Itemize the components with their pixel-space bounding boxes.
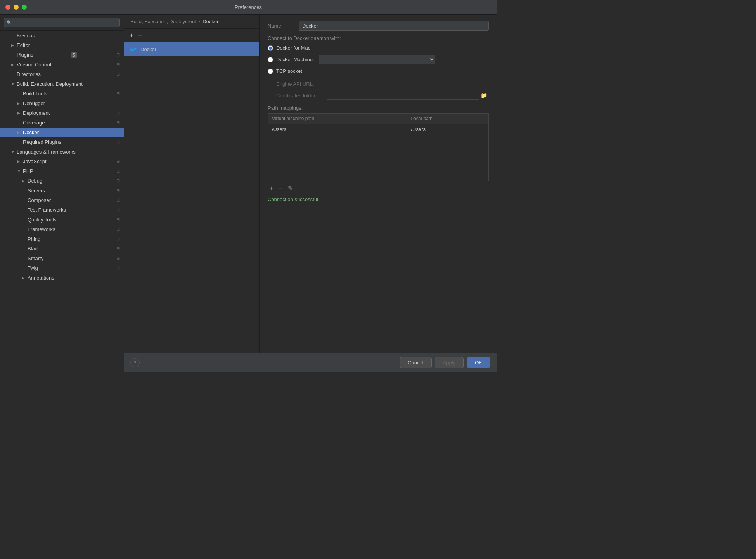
sidebar-item-label: Plugins — [17, 52, 33, 58]
engine-api-input[interactable] — [327, 79, 489, 88]
search-input[interactable] — [4, 18, 120, 27]
sidebar-item-javascript[interactable]: ▶ JavaScript ⊞ — [0, 157, 124, 166]
browse-folder-button[interactable]: 📁 — [479, 91, 489, 99]
sidebar-item-languages-frameworks[interactable]: ▼ Languages & Frameworks — [0, 147, 124, 157]
sidebar-item-editor[interactable]: ▶ Editor — [0, 40, 124, 50]
add-docker-button[interactable]: + — [128, 31, 135, 40]
sidebar-item-debug[interactable]: ▶ Debug ⊞ — [0, 176, 124, 186]
minimize-button[interactable] — [14, 5, 19, 10]
copy-icon: ⊞ — [116, 236, 120, 242]
remove-docker-button[interactable]: − — [136, 31, 144, 40]
titlebar: Preferences — [0, 0, 497, 15]
col-vm-path: Virtual machine path — [268, 114, 407, 124]
sidebar-item-label: Composer — [28, 197, 51, 203]
engine-api-label: Engine API URL: — [276, 81, 327, 87]
sidebar-item-php[interactable]: ▼ PHP ⊞ — [0, 166, 124, 176]
copy-icon: ⊞ — [116, 91, 120, 96]
certificates-label: Certificates folder: — [276, 93, 327, 98]
docker-list: Docker — [124, 42, 259, 353]
sidebar-item-debugger[interactable]: ▶ Debugger — [0, 98, 124, 108]
window-title: Preferences — [235, 4, 262, 10]
vm-path-cell: /Users — [268, 124, 407, 135]
sidebar-item-label: Annotations — [28, 275, 54, 281]
sidebar-item-test-frameworks[interactable]: Test Frameworks ⊞ — [0, 205, 124, 215]
sidebar-item-label: Debug — [28, 178, 42, 184]
certificates-row: Certificates folder: 📁 — [268, 91, 489, 100]
copy-icon: ⊞ — [116, 207, 120, 212]
copy-icon: ⊞ — [116, 246, 120, 251]
sidebar-item-composer[interactable]: Composer ⊞ — [0, 195, 124, 205]
help-button[interactable]: ? — [130, 358, 140, 367]
sidebar-item-label: Twig — [28, 265, 38, 271]
chevron-right-icon: ▶ — [11, 62, 15, 67]
chevron-right-icon: ▶ — [17, 130, 21, 135]
radio-tcp-socket: TCP socket — [268, 68, 489, 74]
sidebar-item-coverage[interactable]: Coverage ⊞ — [0, 118, 124, 128]
radio-docker-for-mac-input[interactable] — [268, 45, 273, 51]
sidebar-item-version-control[interactable]: ▶ Version Control ⊞ — [0, 60, 124, 69]
titlebar-buttons — [5, 5, 27, 10]
sidebar-item-label: Docker — [23, 129, 39, 135]
sidebar-item-deployment[interactable]: ▶ Deployment ⊞ — [0, 108, 124, 118]
sidebar-item-label: PHP — [23, 168, 33, 174]
sidebar-item-label: Build, Execution, Deployment — [17, 81, 83, 87]
radio-docker-machine-input[interactable] — [268, 57, 273, 62]
sidebar-item-quality-tools[interactable]: Quality Tools ⊞ — [0, 215, 124, 224]
content-area: Build, Execution, Deployment › Docker + … — [124, 15, 497, 372]
sidebar-list: Keymap ▶ Editor Plugins 5 ⊞ ▶ Version Co… — [0, 31, 124, 372]
cancel-button[interactable]: Cancel — [400, 357, 431, 368]
sidebar-item-build-tools[interactable]: Build Tools ⊞ — [0, 89, 124, 98]
docker-icon — [130, 45, 137, 53]
engine-api-row: Engine API URL: — [268, 79, 489, 88]
apply-button[interactable]: Apply — [435, 357, 464, 368]
sidebar-item-label: Quality Tools — [28, 217, 56, 223]
sidebar-item-plugins[interactable]: Plugins 5 ⊞ — [0, 50, 124, 60]
chevron-right-icon: ▶ — [11, 43, 15, 47]
path-mappings-label: Path mappings: — [268, 105, 489, 111]
edit-mapping-button[interactable]: ✎ — [286, 184, 295, 193]
table-row[interactable]: /Users /Users — [268, 124, 489, 135]
sidebar-item-label: Frameworks — [28, 226, 55, 232]
sidebar-item-label: Servers — [28, 188, 45, 193]
add-mapping-button[interactable]: + — [268, 184, 275, 193]
sidebar-item-servers[interactable]: Servers ⊞ — [0, 186, 124, 195]
sidebar-item-label: Directories — [17, 71, 41, 77]
maximize-button[interactable] — [22, 5, 27, 10]
sidebar-item-docker[interactable]: ▶ Docker — [0, 128, 124, 137]
detail-panel: Name: Connect to Docker daemon with: Doc… — [260, 15, 497, 353]
col-local-path: Local path — [407, 114, 488, 124]
chevron-down-icon: ▼ — [11, 82, 15, 86]
sidebar-item-build-exec-deploy[interactable]: ▼ Build, Execution, Deployment — [0, 79, 124, 89]
sidebar-item-label: Required Plugins — [23, 139, 61, 145]
sidebar-item-required-plugins[interactable]: Required Plugins ⊞ — [0, 137, 124, 147]
sidebar-item-smarty[interactable]: Smarty ⊞ — [0, 254, 124, 263]
remove-mapping-button[interactable]: − — [277, 184, 284, 193]
sidebar-item-blade[interactable]: Blade ⊞ — [0, 244, 124, 254]
certificates-input[interactable] — [327, 91, 479, 100]
docker-list-item[interactable]: Docker — [124, 42, 259, 56]
name-input[interactable] — [299, 21, 489, 31]
sidebar-item-label: Debugger — [23, 100, 45, 106]
sidebar-item-label: JavaScript — [23, 159, 47, 164]
docker-item-name: Docker — [140, 47, 156, 52]
sidebar-item-phing[interactable]: Phing ⊞ — [0, 234, 124, 244]
close-button[interactable] — [5, 5, 10, 10]
breadcrumb-parent: Build, Execution, Deployment — [130, 19, 196, 24]
sidebar-item-frameworks[interactable]: Frameworks ⊞ — [0, 224, 124, 234]
bottom-bar: ? Cancel Apply OK — [124, 353, 497, 372]
radio-docker-machine: Docker Machine: — [268, 55, 489, 64]
radio-tcp-socket-input[interactable] — [268, 69, 273, 74]
radio-docker-machine-label[interactable]: Docker Machine: — [276, 57, 314, 62]
table-empty-row — [268, 135, 489, 181]
radio-tcp-socket-label[interactable]: TCP socket — [276, 68, 302, 74]
sidebar-item-annotations[interactable]: ▶ Annotations — [0, 273, 124, 283]
copy-icon: ⊞ — [116, 62, 120, 67]
chevron-right-icon: ▶ — [22, 276, 26, 280]
docker-machine-select[interactable] — [319, 55, 435, 64]
sidebar-item-twig[interactable]: Twig ⊞ — [0, 263, 124, 273]
sidebar-item-keymap[interactable]: Keymap — [0, 31, 124, 40]
ok-button[interactable]: OK — [467, 357, 490, 368]
sidebar-item-directories[interactable]: Directories ⊞ — [0, 69, 124, 79]
sidebar-item-label: Editor — [17, 42, 30, 48]
radio-docker-for-mac-label[interactable]: Docker for Mac — [276, 45, 310, 51]
